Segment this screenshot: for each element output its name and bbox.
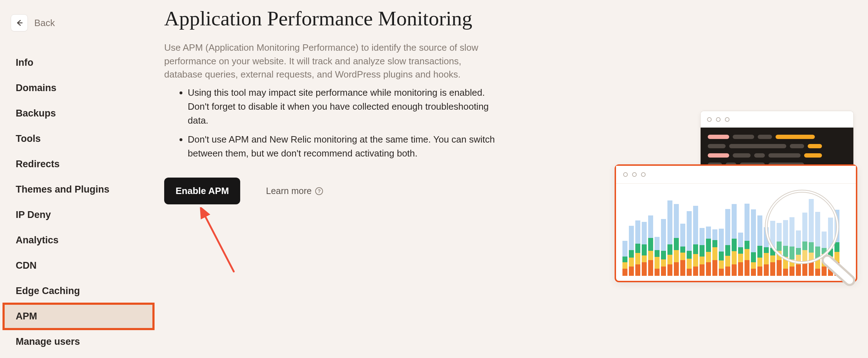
sidebar-item-themes-plugins[interactable]: Themes and Plugins bbox=[4, 177, 153, 202]
sidebar-item-info[interactable]: Info bbox=[4, 50, 153, 75]
sidebar: Info Domains Backups Tools Redirects The… bbox=[4, 50, 153, 354]
sidebar-item-label: Info bbox=[16, 57, 33, 68]
sidebar-item-domains[interactable]: Domains bbox=[4, 75, 153, 101]
bullet-item: Don't use APM and New Relic monitoring a… bbox=[188, 133, 502, 160]
sidebar-item-ip-deny[interactable]: IP Deny bbox=[4, 202, 153, 228]
window-dot-icon bbox=[632, 172, 637, 177]
sidebar-item-label: Backups bbox=[16, 108, 56, 119]
sidebar-item-redirects[interactable]: Redirects bbox=[4, 151, 153, 177]
svg-line-0 bbox=[203, 212, 234, 272]
learn-more-label: Learn more bbox=[266, 186, 312, 196]
sidebar-item-label: Themes and Plugins bbox=[16, 184, 110, 195]
sidebar-item-manage-users[interactable]: Manage users bbox=[4, 329, 153, 354]
sidebar-item-label: APM bbox=[16, 311, 37, 322]
sidebar-item-label: Tools bbox=[16, 133, 41, 144]
main-content: Application Performance Monitoring Use A… bbox=[164, 6, 528, 204]
window-dot-icon bbox=[716, 117, 721, 122]
window-dot-icon bbox=[623, 172, 628, 177]
intro-text: Use APM (Application Monitoring Performa… bbox=[164, 41, 500, 81]
annotation-arrow-icon bbox=[198, 207, 241, 275]
sidebar-item-label: Edge Caching bbox=[16, 285, 80, 296]
sidebar-item-cdn[interactable]: CDN bbox=[4, 253, 153, 278]
bullet-item: Using this tool may impact site performa… bbox=[188, 86, 502, 128]
sidebar-item-label: Analytics bbox=[16, 235, 59, 245]
sidebar-item-label: Domains bbox=[16, 83, 56, 93]
sidebar-item-label: Redirects bbox=[16, 159, 60, 169]
sidebar-item-label: IP Deny bbox=[16, 209, 51, 220]
window-dot-icon bbox=[725, 117, 730, 122]
sidebar-item-apm[interactable]: APM bbox=[4, 304, 153, 329]
apm-illustration bbox=[604, 111, 868, 297]
sidebar-item-label: Manage users bbox=[16, 336, 80, 347]
back-button[interactable]: Back bbox=[11, 14, 55, 31]
window-dot-icon bbox=[641, 172, 646, 177]
window-dot-icon bbox=[707, 117, 712, 122]
illustration-chart-window bbox=[615, 164, 857, 282]
back-label: Back bbox=[34, 18, 55, 29]
sidebar-item-edge-caching[interactable]: Edge Caching bbox=[4, 278, 153, 304]
sidebar-item-analytics[interactable]: Analytics bbox=[4, 228, 153, 253]
page-title: Application Performance Monitoring bbox=[164, 6, 528, 30]
sidebar-item-tools[interactable]: Tools bbox=[4, 126, 153, 151]
sidebar-item-backups[interactable]: Backups bbox=[4, 101, 153, 126]
arrow-left-icon bbox=[11, 14, 28, 31]
learn-more-link[interactable]: Learn more ? bbox=[266, 186, 323, 196]
sidebar-item-label: CDN bbox=[16, 260, 37, 271]
help-icon: ? bbox=[315, 187, 323, 195]
info-bullets: Using this tool may impact site performa… bbox=[188, 86, 528, 160]
enable-apm-button[interactable]: Enable APM bbox=[164, 178, 240, 204]
